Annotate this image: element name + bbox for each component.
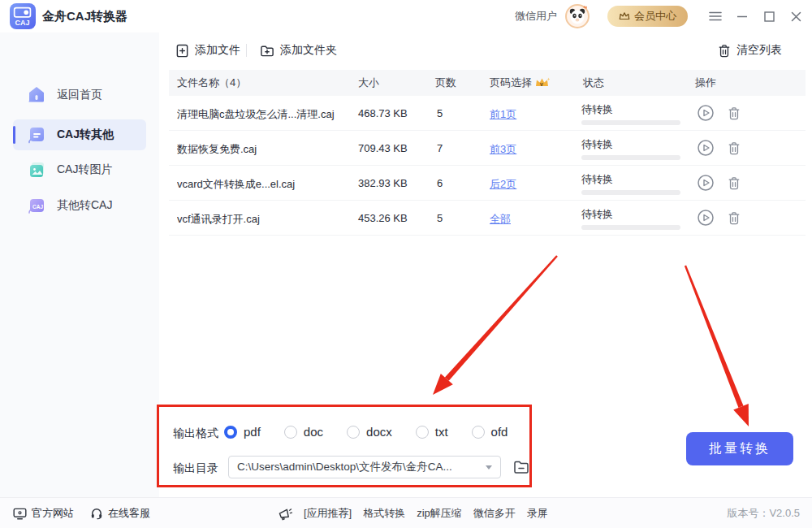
sidebar-item-home[interactable]: 返回首页	[13, 80, 146, 110]
file-name: vcard文件转换成e...el.caj	[177, 177, 295, 192]
page-range-link[interactable]: 全部	[490, 212, 511, 227]
sidebar-item-label: 其他转CAJ	[57, 198, 112, 213]
page-range-link[interactable]: 前1页	[490, 107, 516, 122]
progress-bar	[581, 155, 680, 160]
close-icon[interactable]	[789, 10, 802, 23]
radio-label: doc	[304, 425, 323, 439]
headset-icon	[90, 507, 103, 520]
radio-icon[interactable]	[224, 426, 237, 439]
delete-row-icon[interactable]	[728, 176, 741, 193]
file-pages: 7	[437, 142, 443, 154]
file-pages: 5	[437, 107, 443, 119]
footer-link-record[interactable]: 录屏	[527, 506, 548, 521]
start-convert-icon[interactable]	[697, 174, 715, 195]
titlebar-right: 微信用户 会员中心	[515, 0, 802, 32]
delete-row-icon[interactable]	[728, 106, 741, 123]
official-site-link[interactable]: 官方网站	[13, 506, 74, 521]
file-name: 清理电脑c盘垃圾怎么清...清理.caj	[177, 107, 335, 122]
home-icon	[26, 84, 47, 106]
toolbar-divider	[246, 44, 247, 57]
other-caj-icon: CAJ	[26, 195, 47, 216]
trash-icon	[718, 44, 731, 58]
monitor-icon	[13, 508, 27, 520]
user-avatar[interactable]	[565, 4, 590, 28]
menu-icon[interactable]	[709, 10, 722, 23]
sidebar-item-label: 返回首页	[57, 88, 102, 102]
svg-text:CAJ: CAJ	[15, 19, 30, 27]
output-dir-select[interactable]: C:\Users\admin\Desktop\文件发布\金舟CA...	[228, 456, 501, 478]
radio-icon[interactable]	[416, 426, 429, 439]
member-center-button[interactable]: 会员中心	[607, 6, 688, 27]
app-logo-icon: CAJ	[10, 3, 36, 29]
app-title: 金舟CAJ转换器	[42, 0, 127, 32]
minimize-icon[interactable]	[736, 10, 749, 23]
maximize-icon[interactable]	[762, 10, 775, 23]
radio-icon[interactable]	[347, 426, 360, 439]
sidebar-item-other-to-caj[interactable]: CAJ 其他转CAJ	[13, 190, 146, 221]
footer-link-format[interactable]: 格式转换	[363, 506, 405, 521]
svg-text:CAJ: CAJ	[32, 204, 43, 210]
add-folder-label: 添加文件夹	[280, 43, 337, 58]
radio-option-txt[interactable]: txt	[416, 425, 448, 439]
radio-label: docx	[366, 425, 392, 439]
radio-option-ofd[interactable]: ofd	[472, 425, 508, 439]
status-text: 待转换	[581, 172, 613, 187]
app-recommend-label[interactable]: [应用推荐]	[304, 506, 352, 521]
file-size: 453.26 KB	[358, 212, 408, 224]
start-convert-icon[interactable]	[697, 209, 715, 230]
sidebar-item-caj-to-other[interactable]: CAJ转其他	[13, 119, 146, 150]
caj-image-icon	[26, 159, 47, 180]
start-convert-icon[interactable]	[697, 139, 715, 160]
delete-row-icon[interactable]	[728, 141, 741, 158]
delete-row-icon[interactable]	[728, 211, 741, 228]
file-size: 468.73 KB	[358, 107, 408, 119]
app-window: CAJ 金舟CAJ转换器 微信用户	[0, 0, 812, 528]
status-text: 待转换	[581, 137, 613, 152]
output-format-label: 输出格式	[173, 426, 218, 441]
status-text: 待转换	[581, 102, 613, 117]
crown-icon	[619, 11, 630, 21]
user-label[interactable]: 微信用户	[515, 9, 557, 24]
output-format-radios: pdf doc docx txt ofd	[224, 425, 508, 439]
radio-icon[interactable]	[472, 426, 485, 439]
table-header: 文件名称（4） 大小 页数 页码选择 v 状态 操作	[169, 70, 806, 96]
file-pages: 5	[437, 212, 443, 224]
radio-label: ofd	[491, 425, 508, 439]
annotation-arrow-left	[433, 255, 558, 395]
progress-bar	[581, 225, 680, 230]
status-text: 待转换	[581, 207, 613, 222]
batch-convert-button[interactable]: 批量转换	[686, 432, 793, 465]
progress-bar	[581, 120, 680, 125]
start-convert-icon[interactable]	[697, 104, 715, 125]
sidebar: 返回首页 CAJ转其他 CAJ转图片	[0, 32, 159, 497]
page-range-link[interactable]: 后2页	[490, 177, 516, 192]
footer-bar: 官方网站 在线客服 [应用推荐] 格式转换 zip解压缩 微信多开	[0, 497, 812, 528]
footer-link-zip[interactable]: zip解压缩	[417, 506, 462, 521]
sidebar-item-label: CAJ转图片	[57, 162, 112, 177]
file-plus-icon	[175, 44, 189, 58]
footer-center: [应用推荐] 格式转换 zip解压缩 微信多开 录屏	[278, 498, 548, 528]
add-folder-button[interactable]: 添加文件夹	[260, 39, 337, 62]
radio-option-doc[interactable]: doc	[284, 425, 323, 439]
member-center-label: 会员中心	[634, 9, 676, 24]
output-dir-value: C:\Users\admin\Desktop\文件发布\金舟CA...	[237, 460, 479, 474]
browse-folder-button[interactable]	[511, 457, 532, 478]
table-row: 数据恢复免费.caj 709.43 KB 7 前3页 待转换	[169, 131, 806, 166]
online-service-link[interactable]: 在线客服	[90, 506, 150, 521]
vip-crown-icon: v	[534, 76, 550, 89]
sidebar-item-caj-to-image[interactable]: CAJ转图片	[13, 154, 146, 185]
folder-icon	[513, 460, 529, 474]
col-size: 大小	[358, 70, 379, 96]
footer-link-wechat[interactable]: 微信多开	[473, 506, 516, 521]
add-file-button[interactable]: 添加文件	[175, 39, 240, 62]
clear-list-button[interactable]: 清空列表	[718, 39, 782, 62]
radio-icon[interactable]	[284, 426, 297, 439]
col-action: 操作	[695, 70, 716, 96]
radio-option-pdf[interactable]: pdf	[224, 425, 261, 439]
file-size: 709.43 KB	[358, 142, 408, 154]
online-service-label: 在线客服	[108, 506, 150, 521]
page-range-link[interactable]: 前3页	[490, 142, 516, 157]
radio-option-docx[interactable]: docx	[347, 425, 392, 439]
file-name: vcf通讯录打开.caj	[177, 212, 260, 227]
table-row: vcard文件转换成e...el.caj 382.93 KB 6 后2页 待转换	[169, 166, 806, 201]
